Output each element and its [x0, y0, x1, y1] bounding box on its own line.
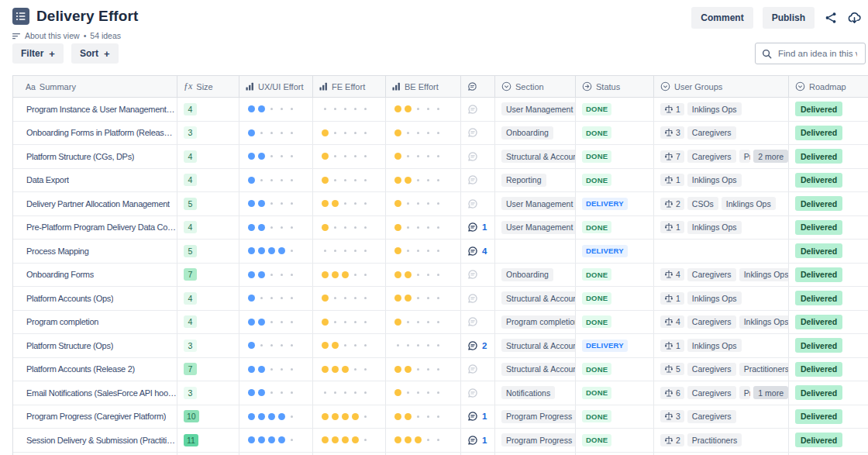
status-lozenge[interactable]: DONE: [582, 221, 611, 233]
comments-indicator[interactable]: 1: [467, 222, 487, 233]
group-tag[interactable]: Inklings Ops: [687, 221, 742, 234]
comment-bubble-icon[interactable]: [467, 104, 478, 115]
size-badge[interactable]: 3: [184, 387, 197, 399]
comments-indicator[interactable]: [467, 269, 478, 280]
size-badge[interactable]: 5: [184, 198, 197, 210]
ux-effort-rating[interactable]: [246, 153, 295, 160]
fe-effort-rating-cell[interactable]: [313, 264, 386, 288]
comments-indicator[interactable]: 2: [467, 340, 487, 351]
comment-bubble-icon[interactable]: [467, 246, 478, 257]
roadmap-cell[interactable]: Delivered: [789, 381, 868, 405]
section-tag[interactable]: Structural & Accounts: [501, 150, 576, 163]
group-count-chip[interactable]: 2: [660, 198, 684, 210]
idea-summary[interactable]: Platform Structure (Ops): [26, 341, 113, 350]
search-box[interactable]: [755, 43, 866, 64]
status-lozenge[interactable]: DONE: [582, 387, 611, 399]
comments-cell[interactable]: [461, 145, 495, 169]
fe-effort-rating-cell[interactable]: [313, 405, 386, 429]
be-effort-rating-cell[interactable]: [386, 145, 461, 169]
be-effort-rating[interactable]: [392, 129, 442, 136]
section-tag[interactable]: User Management: [501, 197, 576, 210]
summary-cell[interactable]: Program Instance & User Management (Re..…: [13, 98, 177, 122]
summary-cell[interactable]: Session Delivery & Submission (Practitio…: [13, 429, 177, 453]
user-groups-value[interactable]: 2Practitioners: [660, 433, 788, 446]
status-lozenge[interactable]: DONE: [582, 410, 611, 422]
user-groups-cell[interactable]: 7CaregiversPractitioners2 more: [654, 145, 789, 169]
column-header-fe[interactable]: FE Effort: [313, 76, 386, 98]
group-tag[interactable]: Inklings Ops: [739, 268, 788, 281]
section-cell[interactable]: Program Progress: [495, 429, 576, 453]
be-effort-rating[interactable]: [392, 105, 442, 112]
fe-effort-rating[interactable]: [319, 105, 369, 112]
ux-effort-rating[interactable]: [246, 129, 295, 136]
section-tag[interactable]: Structural & Accounts: [501, 363, 576, 376]
be-effort-rating[interactable]: [392, 342, 442, 349]
comments-indicator[interactable]: 1: [467, 435, 487, 446]
user-groups-value[interactable]: 7CaregiversPractitioners2 more: [660, 150, 788, 163]
summary-cell[interactable]: Platform Structure (CGs, DPs): [13, 145, 177, 169]
comments-cell[interactable]: [461, 287, 495, 311]
group-count-chip[interactable]: 3: [660, 126, 684, 139]
roadmap-cell[interactable]: Delivered: [789, 169, 868, 193]
status-lozenge[interactable]: DONE: [582, 268, 611, 281]
comments-indicator[interactable]: [467, 388, 478, 398]
group-tag[interactable]: Caregivers: [687, 363, 736, 376]
be-effort-rating[interactable]: [392, 247, 442, 254]
size-badge[interactable]: 4: [184, 103, 197, 115]
user-groups-cell[interactable]: 2CSOsInklings Ops: [654, 192, 789, 216]
fe-effort-rating[interactable]: [319, 295, 369, 302]
group-count-chip[interactable]: 1: [660, 292, 684, 305]
group-tag[interactable]: Inklings Ops: [722, 197, 776, 210]
comments-indicator[interactable]: [467, 364, 478, 374]
be-effort-rating-cell[interactable]: [386, 216, 461, 240]
group-count-chip[interactable]: 4: [660, 268, 684, 281]
user-groups-value[interactable]: 3Caregivers: [660, 126, 788, 140]
be-effort-rating-cell[interactable]: [386, 405, 461, 429]
be-effort-rating-cell[interactable]: [386, 334, 461, 358]
column-header-comments[interactable]: [461, 76, 495, 98]
section-cell[interactable]: Reporting: [495, 169, 576, 193]
comments-cell[interactable]: 1: [461, 216, 495, 240]
user-groups-cell[interactable]: 5CaregiversPractitioners: [654, 358, 789, 382]
search-input[interactable]: [777, 48, 859, 59]
ux-effort-rating[interactable]: [246, 295, 295, 302]
ux-effort-rating[interactable]: [246, 271, 295, 278]
size-badge[interactable]: 4: [184, 292, 197, 305]
fe-effort-rating[interactable]: [319, 129, 369, 136]
roadmap-lozenge[interactable]: Delivered: [795, 362, 842, 377]
ux-effort-rating[interactable]: [246, 200, 295, 207]
roadmap-cell[interactable]: Delivered: [789, 334, 868, 358]
comments-cell[interactable]: 4: [461, 240, 495, 264]
section-tag[interactable]: Structural & Accounts: [501, 339, 576, 352]
comments-indicator[interactable]: [467, 127, 478, 138]
comment-bubble-icon[interactable]: [467, 435, 478, 446]
status-cell[interactable]: DONE: [576, 287, 654, 311]
comments-cell[interactable]: [461, 192, 495, 216]
roadmap-lozenge[interactable]: Delivered: [795, 126, 842, 140]
summary-cell[interactable]: Platform Accounts (Ops): [13, 287, 177, 311]
group-count-chip[interactable]: 1: [660, 221, 684, 233]
fe-effort-rating[interactable]: [319, 271, 369, 278]
user-groups-cell[interactable]: 4CaregiversInklings Ops: [654, 311, 789, 335]
section-cell[interactable]: Structural & Accounts: [495, 334, 576, 358]
size-badge[interactable]: 10: [184, 410, 199, 422]
status-cell[interactable]: DONE: [576, 264, 654, 288]
user-groups-value[interactable]: 2CSOsInklings Ops: [660, 197, 788, 210]
share-icon[interactable]: [824, 11, 838, 25]
comment-bubble-icon[interactable]: [467, 198, 478, 209]
user-groups-cell[interactable]: 6CaregiversPractitioners1 more: [654, 381, 789, 405]
size-cell[interactable]: 3: [177, 334, 239, 358]
be-effort-rating[interactable]: [392, 413, 442, 420]
size-cell[interactable]: 3: [177, 381, 239, 405]
fe-effort-rating[interactable]: [319, 389, 369, 396]
section-tag[interactable]: Structural & Accounts: [501, 291, 576, 305]
comment-bubble-icon[interactable]: [467, 174, 478, 185]
size-cell[interactable]: 7: [177, 264, 239, 288]
comment-bubble-icon[interactable]: [467, 293, 478, 304]
comments-cell[interactable]: [461, 264, 495, 288]
group-tag[interactable]: Practitioners: [687, 433, 742, 446]
status-cell[interactable]: DONE: [576, 358, 654, 382]
status-lozenge[interactable]: DONE: [582, 150, 611, 163]
summary-cell[interactable]: Program completion: [13, 311, 177, 335]
ux-effort-rating-cell[interactable]: [239, 334, 313, 358]
